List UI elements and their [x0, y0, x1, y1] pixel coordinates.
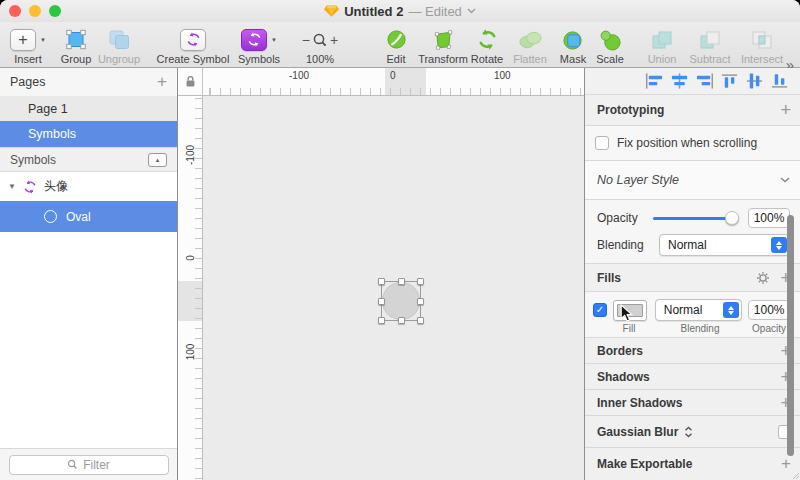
zoom-out-button[interactable]: − — [302, 32, 310, 48]
resize-handle-ne[interactable] — [417, 278, 424, 285]
rotate-button[interactable]: Rotate — [467, 27, 507, 65]
flatten-button[interactable]: Flatten — [508, 27, 552, 65]
opacity-row: Opacity 100% — [597, 208, 790, 228]
fill-opacity-input[interactable]: 100% — [748, 300, 790, 320]
align-right-button[interactable] — [693, 71, 716, 91]
ruler-ticks — [203, 88, 584, 95]
resize-handle-s[interactable] — [398, 317, 405, 324]
create-symbol-button[interactable]: Create Symbol — [150, 27, 236, 65]
edit-button[interactable]: Edit — [380, 27, 412, 65]
align-left-button[interactable] — [643, 71, 666, 91]
ungroup-icon — [107, 28, 131, 51]
symbol-group-row[interactable]: ▼ 头像 — [0, 172, 177, 201]
window-resize-grip[interactable] — [791, 471, 799, 479]
add-prototyping-button[interactable]: + — [780, 102, 791, 118]
flatten-icon — [518, 30, 543, 50]
subtract-button[interactable]: Subtract — [684, 27, 736, 65]
filter-placeholder: Filter — [83, 458, 110, 472]
oval-layer-icon — [44, 210, 57, 223]
resize-handle-sw[interactable] — [378, 317, 385, 324]
blur-type-stepper-icon[interactable] — [684, 426, 693, 438]
fix-position-checkbox[interactable] — [595, 136, 609, 150]
layer-list-title: Symbols — [10, 153, 56, 167]
fill-column-labels: Fill Blending Opacity — [585, 323, 800, 335]
group-button[interactable]: Group — [56, 27, 96, 65]
stepper-icon[interactable] — [723, 302, 739, 318]
symbols-button[interactable]: ▼ Symbols — [230, 27, 288, 65]
titlebar: Untitled 2 — Edited — [0, 0, 800, 22]
symbol-group-name: 头像 — [44, 178, 68, 195]
fill-blending-dropdown[interactable]: Normal — [655, 299, 742, 321]
align-middle-v-button[interactable] — [743, 71, 766, 91]
pages-title: Pages — [10, 75, 45, 89]
scale-icon — [599, 29, 622, 51]
zoom-controls[interactable]: − + 100% — [288, 27, 352, 65]
page-item-symbols[interactable]: Symbols — [0, 121, 177, 147]
add-export-button[interactable]: + — [781, 456, 791, 472]
oval-shape[interactable] — [382, 282, 420, 320]
gear-icon[interactable] — [756, 271, 770, 285]
chevron-down-icon: ▼ — [271, 37, 277, 43]
stepper-icon[interactable] — [771, 237, 787, 253]
left-sidebar: Pages + Page 1 Symbols Symbols ▴ ▼ 头像 Ov… — [0, 68, 178, 480]
transform-icon — [432, 29, 455, 51]
resize-handle-w[interactable] — [378, 298, 385, 305]
layer-style-dropdown[interactable]: No Layer Style — [585, 161, 800, 200]
collapse-panel-icon[interactable]: ▴ — [148, 153, 167, 167]
selection-bounding-box[interactable] — [381, 281, 421, 321]
title-chevron-down-icon[interactable] — [467, 8, 476, 14]
layer-row-oval[interactable]: Oval — [0, 201, 177, 232]
fills-section-header: Fills + — [585, 264, 800, 292]
inspector-panel: Prototyping + Fix position when scrollin… — [584, 68, 800, 480]
align-top-button[interactable] — [718, 71, 741, 91]
insert-button[interactable]: +▼ Insert — [6, 27, 50, 65]
opacity-slider[interactable] — [653, 211, 737, 225]
align-center-h-button[interactable] — [668, 71, 691, 91]
layer-list-header: Symbols ▴ — [0, 147, 177, 172]
plus-icon: + — [10, 29, 36, 51]
alignment-toolbar — [585, 68, 800, 95]
inspector-scrollbar[interactable] — [787, 215, 794, 456]
filter-input[interactable]: Filter — [9, 455, 169, 475]
symbol-arrows-icon — [186, 32, 201, 47]
inner-shadows-section-header: Inner Shadows + — [585, 390, 800, 416]
resize-handle-n[interactable] — [398, 278, 405, 285]
fix-position-row: Fix position when scrolling — [585, 126, 800, 161]
scale-button[interactable]: Scale — [592, 27, 628, 65]
vertical-ruler: -100 0 100 — [178, 96, 203, 480]
symbol-arrows-icon — [247, 32, 262, 47]
canvas[interactable] — [203, 96, 584, 480]
resize-handle-e[interactable] — [417, 298, 424, 305]
ungroup-button[interactable]: Ungroup — [94, 27, 144, 65]
group-icon — [64, 28, 88, 51]
pages-header: Pages + — [0, 68, 177, 96]
fill-enabled-checkbox[interactable]: ✓ — [593, 303, 607, 317]
layer-name: Oval — [66, 210, 91, 224]
transform-button[interactable]: Transform — [412, 27, 474, 65]
page-item-page1[interactable]: Page 1 — [0, 96, 177, 121]
lock-icon[interactable] — [185, 75, 196, 88]
resize-handle-nw[interactable] — [378, 278, 385, 285]
blending-row: Blending Normal — [597, 235, 790, 255]
prototyping-section-header: Prototyping + — [585, 95, 800, 126]
intersect-icon — [750, 30, 774, 50]
edited-status: — Edited — [408, 4, 461, 19]
blending-dropdown[interactable]: Normal — [659, 234, 790, 256]
disclosure-triangle-icon[interactable]: ▼ — [8, 182, 16, 191]
filter-bar: Filter — [0, 448, 177, 480]
resize-handle-se[interactable] — [417, 317, 424, 324]
sketch-window: Untitled 2 — Edited +▼ Insert Group Ungr… — [0, 0, 800, 480]
add-page-button[interactable]: + — [157, 74, 167, 90]
window-title-group: Untitled 2 — Edited — [0, 0, 800, 22]
mask-button[interactable]: Mask — [555, 27, 591, 65]
magnifier-icon[interactable] — [312, 32, 328, 48]
mouse-cursor — [620, 304, 634, 323]
rotate-icon — [477, 29, 498, 50]
zoom-level: 100% — [306, 54, 334, 65]
intersect-button[interactable]: Intersect — [736, 27, 788, 65]
opacity-value-input[interactable]: 100% — [748, 208, 790, 228]
align-bottom-button[interactable] — [768, 71, 791, 91]
slider-thumb[interactable] — [725, 211, 739, 225]
zoom-in-button[interactable]: + — [330, 32, 338, 48]
union-button[interactable]: Union — [640, 27, 684, 65]
